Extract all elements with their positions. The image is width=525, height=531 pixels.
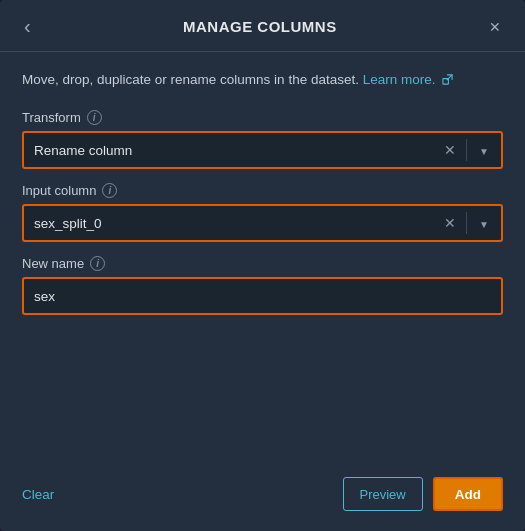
new-name-info-icon[interactable]: i: [90, 256, 105, 271]
add-button[interactable]: Add: [433, 477, 503, 511]
transform-dropdown-button[interactable]: [469, 143, 499, 158]
input-column-dropdown-button[interactable]: [469, 216, 499, 231]
input-column-label: Input column i: [22, 183, 503, 198]
transform-divider: [466, 139, 467, 161]
transform-clear-icon: ✕: [444, 142, 456, 158]
input-column-field-group: Input column i sex_split_0 ✕: [22, 183, 503, 242]
back-icon: [24, 16, 31, 37]
input-column-select[interactable]: sex_split_0 ✕: [22, 204, 503, 242]
close-button[interactable]: [483, 16, 507, 38]
transform-select-value: Rename column: [34, 143, 436, 158]
close-icon: [489, 18, 501, 36]
back-button[interactable]: [18, 14, 37, 39]
manage-columns-modal: MANAGE COLUMNS Move, drop, duplicate or …: [0, 0, 525, 531]
footer-actions: Preview Add: [343, 477, 504, 511]
modal-title: MANAGE COLUMNS: [37, 18, 483, 35]
transform-arrow-icon: [479, 143, 489, 158]
new-name-field-group: New name i: [22, 256, 503, 315]
input-column-clear-icon: ✕: [444, 215, 456, 231]
modal-header: MANAGE COLUMNS: [0, 0, 525, 52]
input-column-info-icon[interactable]: i: [102, 183, 117, 198]
input-column-clear-button[interactable]: ✕: [436, 215, 464, 231]
learn-more-link[interactable]: Learn more.: [363, 72, 454, 87]
transform-label: Transform i: [22, 110, 503, 125]
input-column-arrow-icon: [479, 216, 489, 231]
transform-info-icon[interactable]: i: [87, 110, 102, 125]
clear-button[interactable]: Clear: [22, 487, 54, 502]
input-column-divider: [466, 212, 467, 234]
svg-line-1: [447, 75, 452, 80]
external-link-icon: [442, 74, 453, 85]
transform-clear-button[interactable]: ✕: [436, 142, 464, 158]
description-text: Move, drop, duplicate or rename columns …: [22, 70, 503, 90]
modal-footer: Clear Preview Add: [0, 467, 525, 531]
transform-select[interactable]: Rename column ✕: [22, 131, 503, 169]
input-column-select-value: sex_split_0: [34, 216, 436, 231]
preview-button[interactable]: Preview: [343, 477, 423, 511]
new-name-label: New name i: [22, 256, 503, 271]
transform-field-group: Transform i Rename column ✕: [22, 110, 503, 169]
modal-body: Move, drop, duplicate or rename columns …: [0, 52, 525, 467]
new-name-input[interactable]: [22, 277, 503, 315]
